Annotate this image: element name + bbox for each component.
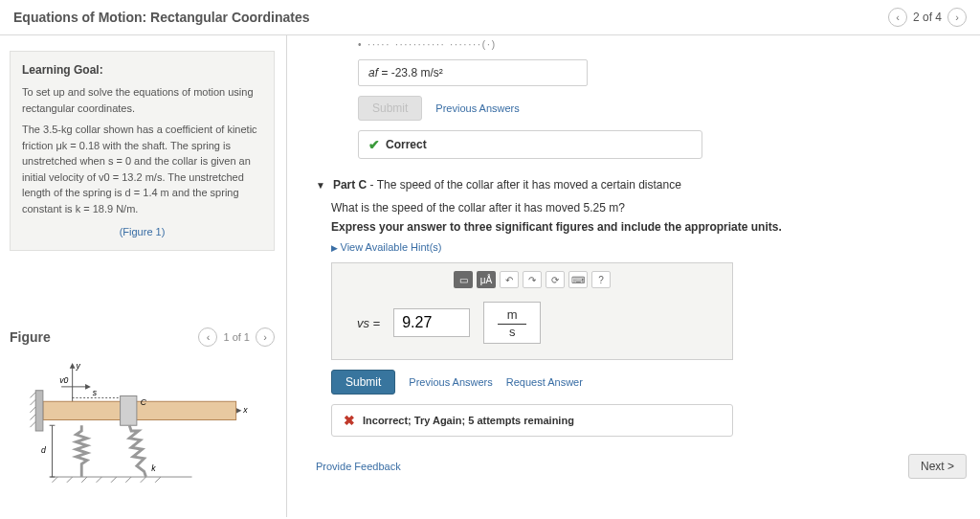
svg-marker-3 xyxy=(236,407,242,413)
check-icon: ✔ xyxy=(368,137,380,152)
k-label: k xyxy=(151,463,156,473)
s-label: s xyxy=(93,388,98,397)
figure-link[interactable]: (Figure 1) xyxy=(22,224,262,240)
learning-goal-intro: To set up and solve the equations of mot… xyxy=(22,84,262,116)
d-label: d xyxy=(41,445,47,455)
figure-page-position: 1 of 1 xyxy=(223,331,250,343)
svg-line-22 xyxy=(141,477,146,483)
tool-keyboard-icon[interactable]: ⌨ xyxy=(568,271,588,288)
partB-previous-answers-link[interactable]: Previous Answers xyxy=(435,102,519,114)
hints-cut-off: • ····· ··········· ·······(·) xyxy=(358,39,967,50)
partC-incorrect-feedback: ✖ Incorrect; Try Again; 5 attempts remai… xyxy=(331,404,733,437)
svg-marker-2 xyxy=(70,362,76,368)
page-position: 2 of 4 xyxy=(913,11,942,24)
svg-rect-11 xyxy=(121,395,137,425)
partC-question: What is the speed of the collar after it… xyxy=(331,201,967,214)
svg-line-16 xyxy=(53,477,58,483)
partB-answer-display: af = -23.8 m/s² xyxy=(358,59,588,86)
figure-next-button[interactable]: › xyxy=(256,327,275,347)
svg-rect-4 xyxy=(43,401,236,419)
partB-correct-feedback: ✔ Correct xyxy=(358,130,702,159)
learning-goal-body: The 3.5-kg collar shown has a coefficien… xyxy=(22,122,262,216)
svg-rect-5 xyxy=(35,390,43,430)
learning-goal-panel: Learning Goal: To set up and solve the e… xyxy=(10,51,275,251)
input-toolbar: ▭ μÅ ↶ ↷ ⟳ ⌨ ? xyxy=(342,271,723,288)
svg-marker-13 xyxy=(85,384,91,390)
svg-line-21 xyxy=(125,477,131,483)
partC-hints-toggle[interactable]: View Available Hint(s) xyxy=(331,241,967,253)
tool-redo-icon[interactable]: ↷ xyxy=(523,271,542,288)
partC-units-input[interactable]: m s xyxy=(483,302,541,344)
partC-request-answer-link[interactable]: Request Answer xyxy=(506,376,583,388)
svg-line-7 xyxy=(30,399,35,405)
tool-units-icon[interactable]: μÅ xyxy=(477,271,496,288)
partC-previous-answers-link[interactable]: Previous Answers xyxy=(409,376,492,388)
axis-x-label: x xyxy=(242,404,248,414)
figure-image: y x C v0 s xyxy=(17,354,275,508)
svg-line-18 xyxy=(81,477,87,483)
svg-line-9 xyxy=(30,414,35,419)
svg-line-23 xyxy=(155,477,161,483)
svg-line-10 xyxy=(30,421,35,427)
v0-label: v0 xyxy=(59,375,68,385)
partC-value-input[interactable] xyxy=(393,308,470,337)
partC-submit-button[interactable]: Submit xyxy=(331,370,395,395)
svg-line-20 xyxy=(111,477,117,483)
partC-input-panel: ▭ μÅ ↶ ↷ ⟳ ⌨ ? vs = m s xyxy=(331,262,733,360)
partC-instructions: Express your answer to three significant… xyxy=(331,220,967,234)
axis-y-label: y xyxy=(75,360,80,370)
partB-submit-button: Submit xyxy=(358,96,422,121)
page-nav: ‹ 2 of 4 › xyxy=(888,8,967,27)
collar-label: C xyxy=(141,397,147,407)
tool-reset-icon[interactable]: ⟳ xyxy=(546,271,565,288)
svg-line-8 xyxy=(30,407,35,413)
next-page-button[interactable]: › xyxy=(947,8,967,27)
svg-line-19 xyxy=(97,477,102,483)
partC-header[interactable]: ▼ Part C - The speed of the collar after… xyxy=(316,178,967,192)
learning-goal-heading: Learning Goal: xyxy=(22,61,262,79)
svg-line-6 xyxy=(30,392,35,397)
figure-prev-button[interactable]: ‹ xyxy=(198,327,217,347)
eq-label: vs = xyxy=(357,316,380,330)
tool-help-icon[interactable]: ? xyxy=(591,271,611,288)
tool-undo-icon[interactable]: ↶ xyxy=(500,271,519,288)
provide-feedback-link[interactable]: Provide Feedback xyxy=(316,461,401,472)
caret-down-icon: ▼ xyxy=(316,180,325,191)
figure-pager: ‹ 1 of 1 › xyxy=(198,327,275,347)
page-title: Equations of Motion: Rectangular Coordin… xyxy=(13,10,310,25)
top-bar: Equations of Motion: Rectangular Coordin… xyxy=(0,0,980,35)
figure-heading: Figure xyxy=(10,329,51,345)
svg-line-17 xyxy=(67,477,73,483)
prev-page-button[interactable]: ‹ xyxy=(888,8,907,27)
next-button[interactable]: Next > xyxy=(908,454,967,479)
tool-template-icon[interactable]: ▭ xyxy=(454,271,473,288)
x-icon: ✖ xyxy=(344,413,355,428)
